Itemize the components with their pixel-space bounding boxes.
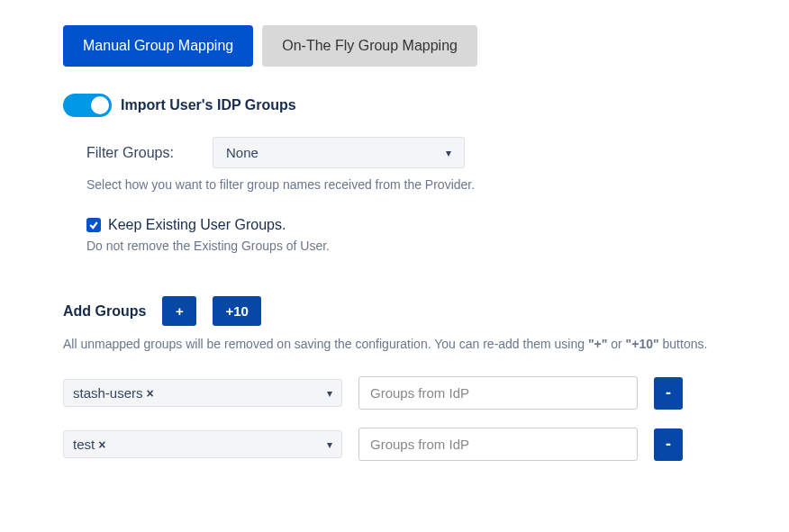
idp-group-input[interactable] — [358, 376, 638, 410]
tab-manual-group-mapping[interactable]: Manual Group Mapping — [63, 25, 253, 67]
add-ten-button[interactable]: +10 — [213, 296, 260, 326]
toggle-knob — [91, 96, 109, 114]
idp-group-input[interactable] — [358, 428, 638, 461]
unmapped-info: All unmapped groups will be removed on s… — [63, 337, 726, 351]
remove-row-button[interactable]: - — [654, 377, 683, 410]
keep-existing-label: Keep Existing User Groups. — [108, 217, 286, 233]
chevron-down-icon: ▾ — [446, 147, 451, 159]
filter-groups-select[interactable]: None ▾ — [213, 137, 465, 168]
tab-bar: Manual Group Mapping On-The Fly Group Ma… — [63, 25, 726, 67]
import-idp-groups-row: Import User's IDP Groups — [63, 94, 726, 117]
keep-existing-row: Keep Existing User Groups. — [86, 217, 726, 233]
group-mapping-row: test × ▾ - — [63, 428, 726, 461]
keep-existing-checkbox[interactable] — [86, 218, 101, 232]
import-idp-groups-label: Import User's IDP Groups — [121, 97, 296, 113]
chevron-down-icon: ▾ — [327, 438, 332, 451]
local-group-value: stash-users — [73, 385, 143, 401]
clear-tag-icon[interactable]: × — [147, 386, 154, 401]
filter-groups-value: None — [226, 145, 258, 160]
add-groups-row: Add Groups + +10 — [63, 296, 726, 326]
keep-existing-helper: Do not remove the Existing Groups of Use… — [86, 239, 726, 253]
local-group-select[interactable]: stash-users × ▾ — [63, 379, 342, 407]
tab-on-the-fly-group-mapping[interactable]: On-The Fly Group Mapping — [262, 25, 477, 67]
group-mapping-row: stash-users × ▾ - — [63, 376, 726, 410]
local-group-value: test — [73, 437, 95, 452]
remove-row-button[interactable]: - — [654, 428, 683, 461]
filter-groups-row: Filter Groups: None ▾ — [86, 137, 726, 168]
add-groups-label: Add Groups — [63, 303, 146, 320]
check-icon — [88, 220, 99, 230]
add-one-button[interactable]: + — [162, 296, 196, 326]
filter-groups-label: Filter Groups: — [86, 145, 186, 161]
filter-groups-helper: Select how you want to filter group name… — [86, 177, 726, 192]
import-idp-groups-toggle[interactable] — [63, 94, 112, 117]
local-group-select[interactable]: test × ▾ — [63, 430, 342, 458]
chevron-down-icon: ▾ — [327, 387, 332, 400]
clear-tag-icon[interactable]: × — [98, 437, 105, 452]
